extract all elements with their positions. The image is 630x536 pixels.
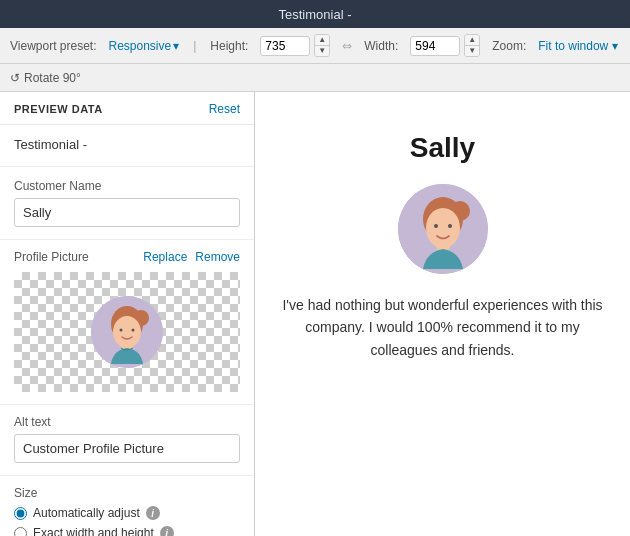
rotate-icon: ↺: [10, 71, 20, 85]
height-input[interactable]: [260, 36, 310, 56]
remove-button[interactable]: Remove: [195, 250, 240, 264]
height-input-group: ▲▼: [260, 34, 330, 57]
width-input-group: ▲▼: [410, 34, 480, 57]
size-radio-group: Automatically adjust i Exact width and h…: [14, 506, 240, 536]
rotate-bar[interactable]: ↺ Rotate 90°: [0, 64, 630, 92]
height-label: Height:: [210, 39, 248, 53]
form-title-section: Testimonial -: [0, 125, 254, 167]
reset-button[interactable]: Reset: [209, 102, 240, 116]
customer-name-section: Customer Name: [0, 167, 254, 240]
rotate-label: Rotate 90°: [24, 71, 81, 85]
preview-content: Sally: [275, 132, 610, 361]
viewport-label: Viewport preset:: [10, 39, 97, 53]
zoom-value[interactable]: Fit to window ▾: [538, 39, 617, 53]
viewport-select[interactable]: Responsive ▾: [109, 39, 180, 53]
auto-adjust-info-icon[interactable]: i: [146, 506, 160, 520]
exact-width-label: Exact width and height: [33, 526, 154, 536]
image-upload-area[interactable]: [14, 272, 240, 392]
left-panel: PREVIEW DATA Reset Testimonial - Custome…: [0, 92, 255, 536]
alt-text-section: Alt text: [0, 405, 254, 476]
size-section: Size Automatically adjust i Exact width …: [0, 476, 254, 536]
alt-text-label: Alt text: [14, 415, 240, 429]
chevron-down-icon: ▾: [173, 39, 179, 53]
page-title: Testimonial -: [279, 7, 352, 22]
profile-pic-header: Profile Picture Replace Remove: [14, 250, 240, 264]
svg-point-6: [132, 329, 135, 332]
profile-picture-label: Profile Picture: [14, 250, 89, 264]
auto-adjust-label: Automatically adjust: [33, 506, 140, 520]
width-spinner[interactable]: ▲▼: [464, 34, 480, 57]
auto-adjust-radio[interactable]: [14, 507, 27, 520]
chevron-down-icon: ▾: [612, 39, 618, 53]
form-title: Testimonial -: [14, 137, 240, 152]
svg-point-5: [120, 329, 123, 332]
profile-picture-section: Profile Picture Replace Remove: [0, 240, 254, 405]
avatar-preview: [91, 296, 163, 368]
right-panel: Sally: [255, 92, 630, 536]
auto-adjust-option[interactable]: Automatically adjust i: [14, 506, 240, 520]
profile-pic-actions: Replace Remove: [143, 250, 240, 264]
top-bar: Testimonial -: [0, 0, 630, 28]
svg-point-4: [113, 316, 141, 348]
customer-name-label: Customer Name: [14, 179, 240, 193]
svg-point-13: [448, 224, 452, 228]
preview-header: PREVIEW DATA Reset: [0, 92, 254, 125]
width-label: Width:: [364, 39, 398, 53]
exact-width-info-icon[interactable]: i: [160, 526, 174, 536]
customer-name-input[interactable]: [14, 198, 240, 227]
exact-width-radio[interactable]: [14, 527, 27, 537]
preview-avatar-large: [398, 184, 488, 274]
replace-button[interactable]: Replace: [143, 250, 187, 264]
main-layout: PREVIEW DATA Reset Testimonial - Custome…: [0, 92, 630, 536]
alt-text-input[interactable]: [14, 434, 240, 463]
exact-width-option[interactable]: Exact width and height i: [14, 526, 240, 536]
preview-name: Sally: [275, 132, 610, 164]
width-icon: ⇔: [342, 39, 352, 53]
toolbar: Viewport preset: Responsive ▾ | Height: …: [0, 28, 630, 64]
svg-point-11: [426, 208, 460, 248]
zoom-label: Zoom:: [492, 39, 526, 53]
height-spinner[interactable]: ▲▼: [314, 34, 330, 57]
preview-data-title: PREVIEW DATA: [14, 103, 103, 115]
width-input[interactable]: [410, 36, 460, 56]
size-label: Size: [14, 486, 240, 500]
svg-point-12: [434, 224, 438, 228]
preview-quote: I've had nothing but wonderful experienc…: [275, 294, 610, 361]
